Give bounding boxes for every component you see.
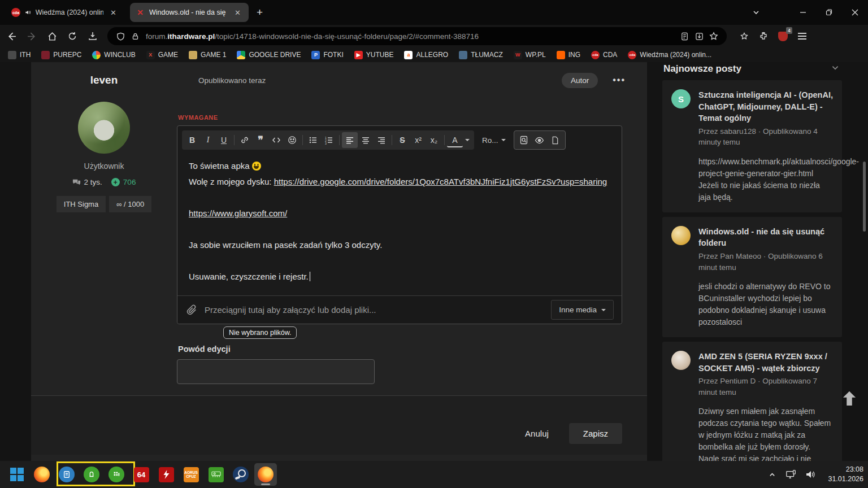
bookmark-ing[interactable]: ING [557, 51, 580, 59]
editor-content[interactable]: To świetna apka Wolę z mojego dysku: htt… [177, 150, 622, 295]
clock[interactable]: 23:0831.01.2026 [823, 465, 863, 484]
emoji-button[interactable] [284, 132, 300, 148]
post-title[interactable]: Windows.old - nie da się usunąć folderu [698, 226, 833, 249]
bookmark-winclub[interactable]: WINCLUB [92, 51, 135, 59]
avatar[interactable] [671, 351, 691, 370]
cpuz-64-icon[interactable]: 64 [130, 463, 153, 486]
italic-button[interactable]: I [200, 132, 216, 148]
user-avatar[interactable] [78, 102, 130, 154]
gpu-card-icon[interactable] [205, 463, 227, 486]
bookmark-purepc[interactable]: PUREPC [41, 51, 81, 59]
new-tab-button[interactable]: + [257, 6, 263, 19]
bookmark-allegro[interactable]: aALLEGRO [404, 51, 448, 59]
steam-icon[interactable] [229, 463, 252, 486]
tray-chevron-icon[interactable] [765, 471, 779, 478]
bookmark-game[interactable]: XGAME [146, 51, 178, 59]
sidebar-collapse-chevron-icon[interactable] [831, 63, 840, 75]
tab-forum-active[interactable]: ✕ Windows.old - nie da się usuną ✕ [130, 3, 249, 22]
post-excerpt[interactable]: jesli chodzi o alternatywy do REVO to BC… [698, 281, 833, 328]
close-button[interactable] [842, 0, 868, 25]
numbered-list-button[interactable]: 123 [321, 132, 337, 148]
maximize-button[interactable] [816, 0, 842, 25]
font-size-dropdown[interactable]: Ro... [482, 136, 506, 145]
color-dropdown-icon[interactable] [465, 139, 470, 141]
align-left-button[interactable] [342, 132, 358, 148]
forward-icon[interactable] [23, 28, 41, 45]
source-preview-icon[interactable] [516, 132, 532, 148]
downloads-icon[interactable] [84, 28, 102, 45]
glarysoft-link[interactable]: https://www.glarysoft.com/ [189, 208, 287, 218]
other-media-button[interactable]: Inne media [551, 300, 614, 320]
bookmark-ith[interactable]: ITH [8, 51, 31, 59]
align-center-button[interactable] [358, 132, 374, 148]
attachment-dropzone[interactable]: Przeciągnij tutaj aby załączyć lub dodaj… [177, 295, 622, 324]
post-title[interactable]: Sztuczna inteligencja AI - (OpenAI, Chat… [698, 89, 833, 124]
underline-button[interactable]: U [216, 132, 232, 148]
tab-audio-icon[interactable] [25, 8, 31, 16]
volume-icon[interactable] [804, 469, 817, 480]
tab-close-icon[interactable]: ✕ [232, 7, 243, 18]
subscript-button[interactable]: x₂ [426, 132, 442, 148]
bookmark-wppl[interactable]: WWP.PL [514, 51, 546, 59]
bookmark-google-drive[interactable]: GOOGLE DRIVE [237, 51, 301, 59]
page-scrollbar[interactable] [863, 162, 866, 232]
bullet-list-button[interactable] [305, 132, 321, 148]
drive-link[interactable]: https://drive.google.com/drive/folders/1… [274, 177, 607, 186]
bookmark-fotki[interactable]: PFOTKI [311, 51, 343, 59]
bookmark-cda[interactable]: cdaCDA [591, 51, 617, 59]
url-text[interactable]: forum.ithardware.pl/topic/14718-windowso… [146, 32, 677, 41]
superscript-button[interactable]: x² [410, 132, 426, 148]
reload-icon[interactable] [63, 28, 81, 45]
furmark-icon[interactable] [155, 463, 177, 486]
bookmark-tlumacz[interactable]: TŁUMACZ [459, 51, 503, 59]
minimize-button[interactable] [790, 0, 816, 25]
back-icon[interactable] [2, 28, 20, 45]
strikethrough-button[interactable]: S [394, 132, 410, 148]
tab-list-chevron-icon[interactable] [745, 0, 767, 25]
bold-button[interactable]: B [184, 132, 200, 148]
avatar[interactable]: S [671, 89, 691, 108]
start-button[interactable] [6, 463, 28, 486]
blank-page-icon[interactable] [548, 132, 563, 148]
extensions-puzzle-icon[interactable] [755, 28, 772, 45]
sidebar-post[interactable]: Windows.old - nie da się usunąć folderu … [662, 217, 842, 337]
eye-preview-icon[interactable] [532, 132, 548, 148]
bookmark-game1[interactable]: GAME 1 [189, 51, 226, 59]
shield-icon[interactable] [113, 29, 128, 43]
align-right-button[interactable] [374, 132, 389, 148]
bookmark-wiedzma[interactable]: cdaWiedźma (2024) onlin... [628, 51, 711, 59]
save-button[interactable]: Zapisz [569, 423, 622, 444]
link-button[interactable] [237, 132, 253, 148]
sidebar-post[interactable]: S Sztuczna inteligencja AI - (OpenAI, Ch… [662, 80, 842, 212]
home-icon[interactable] [43, 28, 61, 45]
bookmark-favicon [92, 51, 101, 59]
firefox-active-icon[interactable] [254, 463, 277, 486]
author-badge: Autor [562, 73, 598, 88]
bookmark-yutube[interactable]: ▶YUTUBE [354, 51, 394, 59]
bookmark-star-icon[interactable] [706, 29, 721, 43]
text-color-button[interactable]: A [447, 134, 463, 147]
scroll-to-top-button[interactable] [839, 389, 860, 412]
code-button[interactable] [268, 132, 284, 148]
reader-mode-icon[interactable] [677, 29, 692, 43]
shortcuts-star-icon[interactable] [736, 28, 753, 45]
tab-close-icon[interactable]: ✕ [108, 7, 119, 18]
menu-hamburger-icon[interactable] [793, 28, 810, 45]
adblock-icon[interactable]: 4 [774, 28, 791, 45]
post-excerpt[interactable]: https://www.benchmark.pl/aktualnosci/goo… [698, 156, 833, 203]
url-bar[interactable]: forum.ithardware.pl/topic/14718-windowso… [107, 27, 727, 45]
tab-cda-movie[interactable]: cda Wiedźma (2024) online - CD ✕ [6, 3, 124, 22]
network-display-icon[interactable] [784, 469, 798, 480]
post-author-name[interactable]: leven [90, 74, 118, 86]
post-options-icon[interactable]: ••• [613, 75, 626, 85]
quote-button[interactable]: ❞ [253, 132, 268, 148]
edit-reason-input[interactable] [177, 359, 375, 384]
bookmark-favicon: ▶ [354, 51, 363, 59]
lock-icon[interactable] [128, 29, 142, 43]
firefox-taskbar-icon[interactable] [31, 463, 53, 486]
post-title[interactable]: AMD ZEN 5 (SERIA RYZEN 9xxx / SOCKET AM5… [698, 351, 833, 374]
avatar[interactable] [671, 226, 691, 245]
aorus-cpu-icon[interactable]: AORUS CPUZ [180, 463, 202, 486]
save-to-pocket-icon[interactable] [692, 29, 706, 43]
cancel-button[interactable]: Anuluj [519, 424, 554, 443]
